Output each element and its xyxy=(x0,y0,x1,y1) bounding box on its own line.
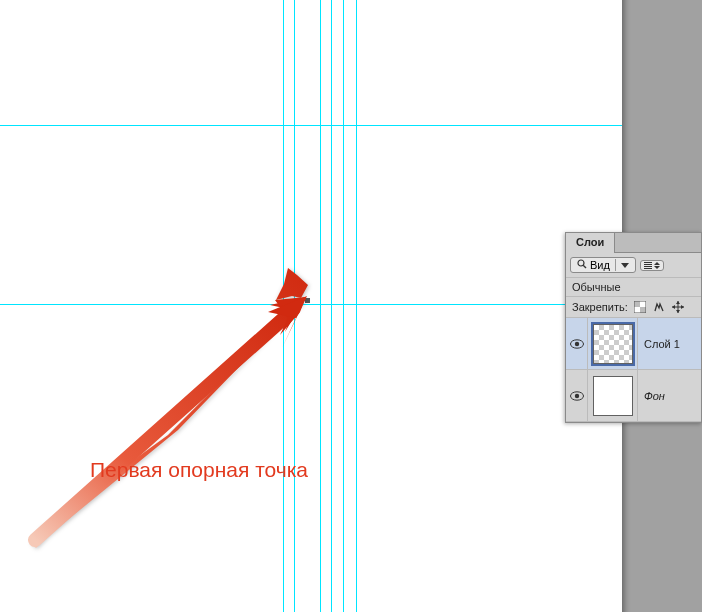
guide-vertical[interactable] xyxy=(331,0,332,612)
layer-name[interactable]: Слой 1 xyxy=(638,338,701,350)
svg-line-6 xyxy=(583,265,586,268)
lock-label: Закрепить: xyxy=(572,301,628,313)
layer-filter-label: Вид xyxy=(590,259,610,271)
guide-vertical[interactable] xyxy=(343,0,344,612)
layer-thumbnail[interactable] xyxy=(588,370,638,421)
eye-icon xyxy=(570,339,584,349)
svg-point-5 xyxy=(578,260,584,266)
eye-icon xyxy=(570,391,584,401)
guide-vertical[interactable] xyxy=(320,0,321,612)
visibility-toggle[interactable] xyxy=(566,370,588,421)
separator xyxy=(615,259,616,271)
svg-point-20 xyxy=(574,341,578,345)
panel-tabs: Слои xyxy=(566,233,701,253)
visibility-toggle[interactable] xyxy=(566,318,588,369)
lock-pixels-icon[interactable] xyxy=(652,300,666,314)
chevron-down-icon xyxy=(621,259,629,271)
svg-marker-16 xyxy=(676,310,680,313)
guide-vertical[interactable] xyxy=(294,0,295,612)
layer-thumbnail[interactable] xyxy=(588,318,638,369)
layer-row[interactable]: Фон xyxy=(566,370,701,422)
panel-tab-empty xyxy=(615,233,701,252)
svg-marker-17 xyxy=(672,305,675,309)
svg-marker-15 xyxy=(676,301,680,304)
svg-marker-18 xyxy=(681,305,684,309)
layer-filter-button[interactable]: Вид xyxy=(570,257,636,273)
layer-name[interactable]: Фон xyxy=(638,390,701,402)
annotation-label: Первая опорная точка xyxy=(90,458,308,482)
blend-mode-select[interactable]: Обычные xyxy=(566,278,701,297)
layers-panel: Слои Вид Обычные Закре xyxy=(565,232,702,423)
search-icon xyxy=(577,259,587,271)
stepper-icon xyxy=(654,262,660,269)
svg-point-22 xyxy=(574,393,578,397)
svg-rect-10 xyxy=(640,301,646,307)
lock-position-icon[interactable] xyxy=(671,300,685,314)
layer-row[interactable]: Слой 1 xyxy=(566,318,701,370)
anchor-point[interactable] xyxy=(305,298,310,303)
document-canvas[interactable] xyxy=(0,0,622,612)
svg-rect-11 xyxy=(634,307,640,313)
panel-options-button[interactable] xyxy=(640,260,664,271)
svg-marker-7 xyxy=(621,263,629,268)
guide-horizontal[interactable] xyxy=(0,125,622,126)
guide-vertical[interactable] xyxy=(283,0,284,612)
guide-horizontal[interactable] xyxy=(0,304,622,305)
svg-rect-8 xyxy=(634,301,640,307)
svg-rect-9 xyxy=(640,307,646,313)
options-icon xyxy=(644,262,652,269)
guide-vertical[interactable] xyxy=(356,0,357,612)
lock-transparency-icon[interactable] xyxy=(633,300,647,314)
layers-list: Слой 1 Фон xyxy=(566,318,701,422)
tab-layers[interactable]: Слои xyxy=(566,233,615,253)
